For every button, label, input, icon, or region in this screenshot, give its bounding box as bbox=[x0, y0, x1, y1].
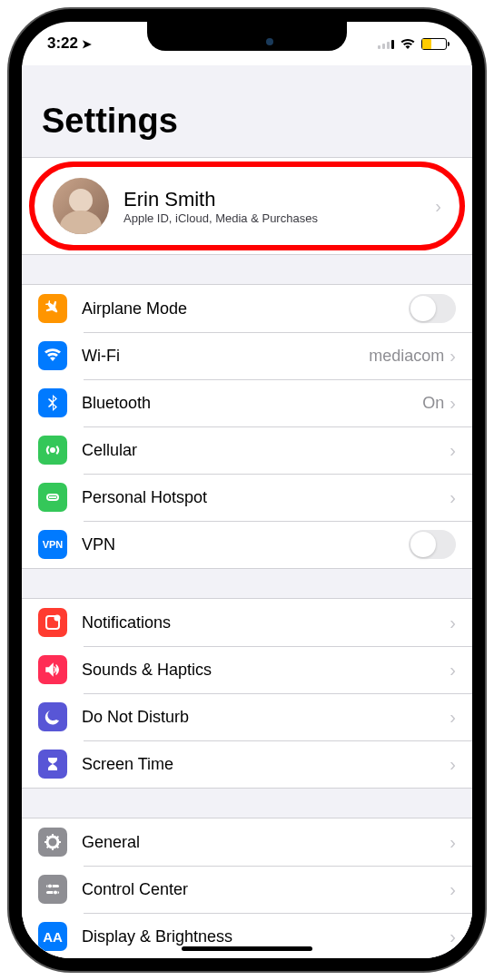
row-label: Display & Brightness bbox=[82, 927, 450, 946]
notifications-row[interactable]: Notifications › bbox=[22, 599, 472, 646]
cellular-row[interactable]: Cellular › bbox=[22, 426, 472, 474]
cellular-signal-icon bbox=[378, 38, 394, 49]
chevron-icon: › bbox=[450, 660, 456, 681]
chevron-icon: › bbox=[450, 832, 456, 853]
home-indicator[interactable] bbox=[182, 946, 312, 951]
notifications-icon bbox=[38, 608, 67, 637]
control-center-icon bbox=[38, 875, 67, 904]
airplane-mode-row[interactable]: Airplane Mode bbox=[22, 285, 472, 332]
row-label: Bluetooth bbox=[82, 394, 422, 413]
phone-frame: 3:22 ➤ Settings Erin Smith Apple ID, iCl… bbox=[9, 9, 485, 971]
bluetooth-value: On bbox=[422, 394, 444, 413]
annotation-highlight: Erin Smith Apple ID, iCloud, Media & Pur… bbox=[29, 162, 465, 250]
profile-name: Erin Smith bbox=[124, 188, 435, 211]
moon-icon bbox=[38, 702, 67, 731]
row-label: Wi-Fi bbox=[82, 347, 369, 366]
profile-subtitle: Apple ID, iCloud, Media & Purchases bbox=[124, 211, 435, 225]
chevron-icon: › bbox=[450, 926, 456, 947]
bluetooth-row[interactable]: Bluetooth On › bbox=[22, 379, 472, 426]
status-time-area: 3:22 ➤ bbox=[47, 34, 92, 53]
airplane-icon bbox=[38, 294, 67, 323]
svg-line-8 bbox=[47, 837, 49, 838]
chevron-icon: › bbox=[450, 393, 456, 414]
hourglass-icon bbox=[38, 750, 67, 779]
svg-line-9 bbox=[56, 846, 58, 848]
chevron-icon: › bbox=[435, 196, 441, 217]
general-row[interactable]: General › bbox=[22, 818, 472, 866]
vpn-toggle[interactable] bbox=[409, 530, 456, 559]
hotspot-icon bbox=[38, 483, 67, 512]
row-label: Screen Time bbox=[82, 755, 450, 774]
wifi-icon bbox=[38, 341, 67, 370]
apple-id-row[interactable]: Erin Smith Apple ID, iCloud, Media & Pur… bbox=[35, 167, 459, 245]
display-row[interactable]: AA Display & Brightness › bbox=[22, 913, 472, 958]
notch bbox=[147, 22, 347, 51]
svg-line-10 bbox=[47, 846, 49, 848]
svg-point-3 bbox=[51, 840, 55, 845]
control-center-row[interactable]: Control Center › bbox=[22, 866, 472, 913]
dnd-row[interactable]: Do Not Disturb › bbox=[22, 693, 472, 740]
sounds-icon bbox=[38, 655, 67, 684]
chevron-icon: › bbox=[450, 440, 456, 461]
chevron-icon: › bbox=[450, 346, 456, 367]
svg-point-15 bbox=[54, 890, 58, 895]
avatar bbox=[53, 178, 109, 234]
bluetooth-icon bbox=[38, 388, 67, 417]
chevron-icon: › bbox=[450, 487, 456, 508]
status-time: 3:22 bbox=[47, 34, 78, 53]
svg-point-1 bbox=[54, 615, 61, 622]
row-label: Cellular bbox=[82, 441, 450, 460]
vpn-icon: VPN bbox=[38, 530, 67, 559]
wifi-status-icon bbox=[400, 38, 416, 50]
sounds-row[interactable]: Sounds & Haptics › bbox=[22, 646, 472, 693]
vpn-row[interactable]: VPN VPN bbox=[22, 521, 472, 568]
wifi-value: mediacom bbox=[369, 347, 444, 366]
gear-icon bbox=[38, 828, 67, 857]
chevron-icon: › bbox=[450, 707, 456, 728]
row-label: Notifications bbox=[82, 613, 450, 632]
row-label: Do Not Disturb bbox=[82, 708, 450, 727]
chevron-icon: › bbox=[450, 879, 456, 900]
battery-icon bbox=[421, 38, 447, 50]
airplane-toggle[interactable] bbox=[409, 294, 456, 323]
cellular-icon bbox=[38, 436, 67, 465]
row-label: General bbox=[82, 833, 450, 852]
row-label: Personal Hotspot bbox=[82, 488, 450, 507]
row-label: VPN bbox=[82, 535, 409, 554]
display-icon: AA bbox=[38, 922, 67, 951]
svg-line-11 bbox=[56, 837, 58, 838]
wifi-row[interactable]: Wi-Fi mediacom › bbox=[22, 332, 472, 379]
location-icon: ➤ bbox=[82, 37, 92, 51]
chevron-icon: › bbox=[450, 612, 456, 633]
svg-point-13 bbox=[48, 884, 53, 888]
row-label: Control Center bbox=[82, 880, 450, 899]
page-title: Settings bbox=[22, 65, 472, 152]
row-label: Sounds & Haptics bbox=[82, 661, 450, 680]
hotspot-row[interactable]: Personal Hotspot › bbox=[22, 474, 472, 521]
row-label: Airplane Mode bbox=[82, 299, 409, 318]
screentime-row[interactable]: Screen Time › bbox=[22, 740, 472, 788]
chevron-icon: › bbox=[450, 754, 456, 775]
